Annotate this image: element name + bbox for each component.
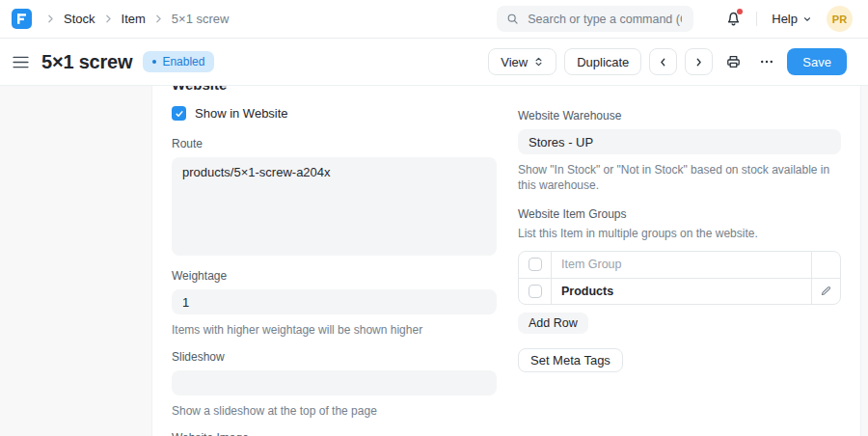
next-document-button[interactable]: [685, 48, 713, 75]
website-image-label: Website Image: [172, 431, 497, 436]
pencil-icon: [820, 285, 832, 297]
weightage-field: Weightage Items with higher weightage wi…: [172, 269, 497, 338]
breadcrumb-stock[interactable]: Stock: [64, 12, 95, 26]
header-action-cell: [811, 252, 840, 278]
website-warehouse-field: Website Warehouse Show "In Stock" or "No…: [518, 109, 841, 193]
route-field: Route products/5×1-screw-a204x: [172, 137, 497, 259]
show-in-website-field: Show in Website: [172, 106, 497, 121]
status-badge: Enabled: [143, 51, 214, 72]
previous-document-button[interactable]: [649, 48, 677, 75]
chevron-left-icon: [657, 56, 669, 68]
chevron-right-icon: [152, 13, 165, 25]
route-input[interactable]: products/5×1-screw-a204x: [172, 157, 497, 256]
item-group-value: Products: [561, 285, 613, 298]
show-in-website-label: Show in Website: [195, 106, 288, 121]
website-warehouse-label: Website Warehouse: [518, 109, 841, 123]
row-select-cell: [519, 279, 551, 304]
slideshow-label: Slideshow: [172, 350, 497, 364]
notification-dot: [737, 9, 743, 14]
breadcrumb: Stock Item 5×1 screw: [44, 12, 229, 26]
website-warehouse-input[interactable]: [518, 129, 841, 154]
status-badge-label: Enabled: [162, 55, 204, 68]
website-item-groups-field: Website Item Groups List this Item in mu…: [518, 207, 841, 333]
website-image-field: Website Image /files/screw-image.png Rel…: [172, 431, 497, 436]
view-button-label: View: [501, 55, 528, 69]
slideshow-help: Show a slideshow at the top of the page: [172, 403, 497, 419]
help-label: Help: [772, 12, 798, 26]
navbar-divider: [756, 12, 757, 26]
select-all-checkbox[interactable]: [529, 258, 542, 271]
duplicate-button-label: Duplicate: [577, 55, 629, 69]
navbar: Stock Item 5×1 screw Help: [0, 0, 868, 39]
website-item-groups-help: List this Item in multiple groups on the…: [518, 226, 841, 241]
column-header-item-group: Item Group: [551, 252, 811, 278]
help-menu[interactable]: Help: [772, 12, 812, 26]
page-head: 5×1 screw Enabled View Duplicate: [0, 39, 868, 86]
save-button[interactable]: Save: [787, 48, 847, 75]
weightage-help: Items with higher weightage will be show…: [172, 322, 497, 338]
set-meta-tags-button[interactable]: Set Meta Tags: [518, 348, 623, 372]
show-in-website-checkbox[interactable]: [172, 106, 186, 121]
menu-button[interactable]: [754, 48, 779, 75]
notifications-button[interactable]: [725, 11, 742, 27]
global-search[interactable]: [497, 6, 693, 32]
route-label: Route: [172, 137, 497, 150]
weightage-input[interactable]: [172, 289, 497, 314]
breadcrumb-current: 5×1 screw: [172, 12, 230, 26]
edit-row-button[interactable]: [811, 279, 840, 304]
form-main: Website Show in Website Route products/5…: [152, 86, 861, 436]
chevron-down-icon: [802, 14, 812, 24]
breadcrumb-item[interactable]: Item: [122, 12, 146, 26]
row-checkbox[interactable]: [529, 285, 542, 298]
table-row: Products: [519, 278, 840, 304]
column-header-label: Item Group: [561, 258, 622, 271]
section-title: Website: [172, 86, 227, 91]
ellipsis-icon: [759, 54, 774, 69]
item-groups-table: Item Group Products: [518, 251, 841, 305]
duplicate-button[interactable]: Duplicate: [564, 48, 641, 75]
page-title: 5×1 screw: [41, 51, 132, 73]
badge-dot: [152, 60, 156, 64]
item-group-cell[interactable]: Products: [551, 279, 811, 304]
page-edge: [861, 86, 868, 436]
select-chevrons-icon: [533, 56, 544, 68]
table-header-row: Item Group: [519, 252, 840, 278]
search-icon: [506, 13, 519, 25]
sidebar-toggle-icon[interactable]: [13, 54, 29, 70]
app-logo-icon[interactable]: [12, 9, 32, 29]
weightage-label: Weightage: [172, 269, 497, 283]
select-all-cell: [519, 252, 551, 278]
view-button[interactable]: View: [488, 48, 556, 75]
slideshow-input[interactable]: [172, 370, 497, 395]
section-head-website: Website: [172, 86, 841, 91]
form-sidebar: [0, 86, 152, 436]
slideshow-field: Slideshow Show a slideshow at the top of…: [172, 350, 497, 419]
print-button[interactable]: [720, 48, 746, 75]
save-button-label: Save: [802, 55, 831, 69]
add-row-button[interactable]: Add Row: [518, 313, 588, 334]
printer-icon: [725, 54, 742, 69]
search-input[interactable]: [526, 12, 684, 27]
avatar[interactable]: PR: [827, 6, 853, 32]
chevron-right-icon: [44, 13, 57, 25]
chevron-right-icon: [692, 56, 705, 68]
chevron-right-icon: [102, 13, 115, 25]
website-warehouse-help: Show "In Stock" or "Not in Stock" based …: [518, 162, 841, 193]
website-item-groups-label: Website Item Groups: [518, 207, 841, 221]
